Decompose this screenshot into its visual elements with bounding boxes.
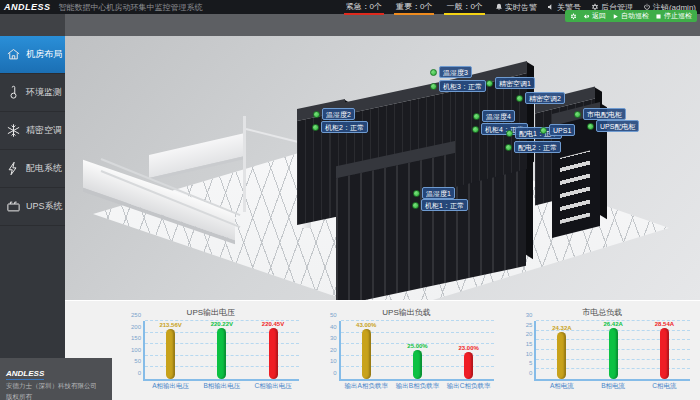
chart-plot-area: 050100150200250213.56VA相输出电压220.22VB相输出电…: [143, 321, 299, 381]
y-tick-label: 0: [315, 370, 337, 376]
alarm-count-major[interactable]: 重要：0个: [394, 0, 434, 15]
status-dot-icon: [430, 69, 437, 76]
scene-label[interactable]: 温湿度1: [413, 187, 455, 199]
back-arrow-icon: [583, 13, 590, 20]
x-category-label: C相电流: [634, 382, 694, 391]
scene-label-text: 温湿度3: [439, 66, 472, 78]
y-tick-label: 250: [119, 312, 141, 318]
scene-label[interactable]: 市电配电柜: [574, 108, 626, 120]
scene-label[interactable]: 机柜1：正常: [412, 199, 468, 211]
bar-value-label: 220.22V: [211, 321, 233, 327]
scene-label[interactable]: 精密空调2: [516, 92, 565, 104]
chart-plot-area: 0102030405043.00%输出A相负载率25.00%输出B相负载率23.…: [339, 321, 495, 381]
sidebar-label-env-monitor: 环境监测: [26, 86, 62, 99]
alarm-count-minor[interactable]: 一般：0个: [444, 0, 484, 15]
status-dot-icon: [587, 123, 594, 130]
scene-label[interactable]: 温湿度3: [430, 66, 472, 78]
status-dot-icon: [472, 126, 479, 133]
auto-patrol-button[interactable]: 自动巡检: [612, 11, 649, 21]
bar[interactable]: [609, 328, 618, 379]
back-label: 返回: [592, 11, 606, 21]
fence-post: [243, 116, 246, 212]
alarm-count-critical[interactable]: 紧急：0个: [344, 0, 384, 15]
back-button[interactable]: 返回: [583, 11, 606, 21]
bar-group: 43.00%: [346, 321, 386, 379]
patrol-settings-button[interactable]: [570, 13, 577, 20]
home-icon: [0, 47, 26, 62]
bar[interactable]: [557, 332, 566, 379]
scene-label[interactable]: UPS配电柜: [587, 120, 639, 132]
bar[interactable]: [464, 352, 473, 379]
scene-label[interactable]: 精密空调1: [486, 77, 535, 89]
footer-copyright: 版权所有: [6, 393, 106, 400]
scene-label[interactable]: 温湿度4: [473, 110, 515, 122]
status-dot-icon: [505, 144, 512, 151]
sidebar-item-precision-ac[interactable]: 精密空调: [0, 112, 65, 150]
scene-label[interactable]: 配电2：正常: [505, 141, 561, 153]
sidebar-label-power-system: 配电系统: [26, 162, 62, 175]
x-category-label: 输出C相负载率: [439, 382, 499, 391]
stop-patrol-label: 停止巡检: [664, 11, 692, 21]
realtime-alarm-menu[interactable]: 实时告警: [495, 2, 537, 13]
sidebar-item-room-layout[interactable]: 机房布局: [0, 36, 65, 74]
bell-icon: [495, 3, 503, 11]
app-root: ANDLESS 智能数据中心机房动环集中监控管理系统 紧急：0个 重要：0个 一…: [0, 0, 700, 400]
scene-label-text: 温湿度1: [422, 187, 455, 199]
bar-value-label: 213.56V: [159, 322, 181, 328]
snowflake-icon: [0, 123, 26, 138]
y-tick-label: 10: [510, 351, 532, 357]
bar-group: 213.56V: [151, 321, 191, 379]
bar-value-label: 24.32A: [552, 325, 571, 331]
battery-icon: [0, 199, 26, 214]
y-tick-label: 30: [315, 335, 337, 341]
y-tick-label: 50: [315, 312, 337, 318]
chart-mains-total-load: 市电总负载 05101520253024.32AA相电流26.42AB相电流28…: [504, 301, 700, 400]
y-tick-label: 15: [510, 341, 532, 347]
sidebar-item-ups-system[interactable]: UPS系统: [0, 188, 65, 226]
chart-title: UPS输出负载: [309, 307, 505, 321]
sidebar-label-room-layout: 机房布局: [26, 48, 62, 61]
sidebar: 机房布局 环境监测 精密空调 配电系统 UPS系统: [0, 36, 65, 400]
bar[interactable]: [217, 328, 226, 379]
scene-label[interactable]: UPS1: [540, 124, 575, 136]
bar-group: 25.00%: [398, 321, 438, 379]
footer-info: ANDLESS 安德力士（深圳）科技有限公司 版权所有: [0, 358, 112, 400]
gear-icon: [570, 13, 577, 20]
alarm-critical-label: 紧急：0个: [346, 2, 382, 11]
bar[interactable]: [269, 328, 278, 379]
auto-patrol-label: 自动巡检: [621, 11, 649, 21]
thermometer-icon: [0, 85, 26, 100]
speaker-icon: [547, 3, 555, 11]
status-dot-icon: [506, 130, 513, 137]
bar[interactable]: [362, 329, 371, 379]
scene-label[interactable]: 机柜2：正常: [312, 121, 368, 133]
bar[interactable]: [166, 329, 175, 379]
status-dot-icon: [430, 83, 437, 90]
scene-label-text: 机柜3：正常: [439, 80, 486, 92]
y-tick-label: 30: [510, 312, 532, 318]
system-title: 智能数据中心机房动环集中监控管理系统: [59, 2, 203, 13]
sidebar-item-env-monitor[interactable]: 环境监测: [0, 74, 65, 112]
scene-label-text: 温湿度4: [482, 110, 515, 122]
bar-value-label: 25.00%: [407, 343, 427, 349]
scene: 温湿度3机柜3：正常精密空调1精密空调2温湿度2机柜2：正常温湿度4机柜4：正常…: [65, 36, 700, 300]
scene-label[interactable]: 机柜3：正常: [430, 80, 486, 92]
chart-ups-output-load: UPS输出负载 0102030405043.00%输出A相负载率25.00%输出…: [309, 301, 505, 400]
status-dot-icon: [413, 190, 420, 197]
bar[interactable]: [413, 350, 422, 379]
status-dot-icon: [486, 80, 493, 87]
sidebar-item-power-system[interactable]: 配电系统: [0, 150, 65, 188]
footer-company: 安德力士（深圳）科技有限公司: [6, 382, 106, 391]
bar-group: 26.42A: [593, 321, 633, 379]
footer-brand-logo: ANDLESS: [6, 369, 44, 380]
stop-patrol-button[interactable]: 停止巡检: [655, 11, 692, 21]
y-tick-label: 5: [510, 360, 532, 366]
scene-label-text: 机柜2：正常: [321, 121, 368, 133]
scene-label[interactable]: 温湿度2: [313, 108, 355, 120]
sub-header-left: [0, 14, 65, 36]
chart-plot-area: 05101520253024.32AA相电流26.42AB相电流28.54AC相…: [534, 321, 690, 381]
chart-ups-output-voltage: UPS输出电压 050100150200250213.56VA相输出电压220.…: [113, 301, 309, 400]
bar[interactable]: [660, 328, 669, 379]
status-dot-icon: [313, 111, 320, 118]
bar-value-label: 28.54A: [655, 321, 674, 327]
